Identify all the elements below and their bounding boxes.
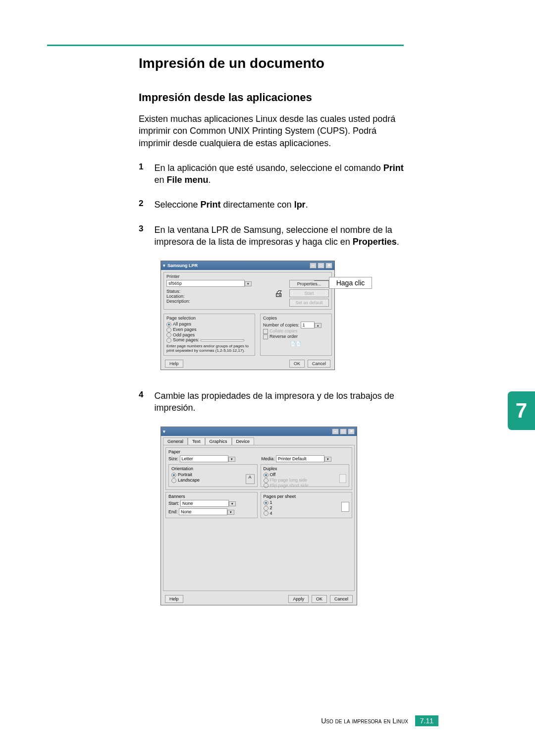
checkbox-reverse[interactable]: [263, 334, 268, 339]
paper-group: Paper Size: Letter▾ Media: Printer Defau…: [165, 447, 352, 490]
chevron-down-icon[interactable]: ▾: [245, 281, 252, 286]
tab-bar: General Text Graphics Device: [161, 436, 357, 445]
page-top-rule: [47, 45, 404, 46]
tab-device[interactable]: Device: [232, 437, 255, 445]
radio-even-pages[interactable]: [166, 327, 171, 332]
size-select[interactable]: Letter: [180, 455, 228, 462]
window-titlebar: ▾ – □ ✕: [161, 427, 357, 436]
intro-paragraph: Existen muchas aplicaciones Linux desde …: [139, 113, 404, 149]
ok-button[interactable]: OK: [312, 595, 327, 603]
maximize-icon[interactable]: □: [318, 263, 324, 269]
orientation-preview-icon: A: [246, 474, 255, 484]
radio-landscape[interactable]: [171, 478, 176, 483]
media-select[interactable]: Printer Default: [276, 455, 324, 462]
page-selection-group: Page selection All pages Even pages Odd …: [163, 314, 255, 356]
close-icon[interactable]: ✕: [348, 429, 355, 434]
printer-icon: 🖨: [274, 288, 283, 299]
pages-per-sheet-group: Pages per sheet 1 2 4: [261, 492, 353, 518]
radio-pps-4[interactable]: [264, 511, 268, 516]
radio-pps-1[interactable]: [264, 500, 268, 505]
cancel-button[interactable]: Cancel: [308, 360, 330, 368]
radio-portrait[interactable]: [171, 473, 176, 478]
group-label: Paper: [168, 449, 349, 454]
chevron-down-icon[interactable]: ▾: [229, 501, 236, 506]
maximize-icon[interactable]: □: [340, 429, 347, 434]
properties-button[interactable]: Properties...: [289, 280, 329, 288]
radio-duplex-long[interactable]: [264, 478, 268, 483]
step-number: 1: [139, 162, 143, 186]
checkbox-collate[interactable]: [263, 329, 268, 334]
step-2: 2 Seleccione Print directamente con lpr.: [139, 199, 404, 211]
chevron-down-icon[interactable]: ▾: [227, 510, 234, 515]
banner-start-select[interactable]: None: [180, 500, 229, 507]
tab-graphics[interactable]: Graphics: [205, 437, 232, 445]
some-pages-hint: Enter page numbers and/or groups of page…: [166, 344, 252, 353]
group-label: Orientation: [171, 466, 255, 471]
window-title: Samsung LPR: [167, 263, 198, 268]
collate-icon: 📄📄: [263, 341, 329, 346]
help-button[interactable]: Help: [165, 595, 183, 603]
window-menu-icon[interactable]: ▾: [163, 263, 165, 268]
window-menu-icon[interactable]: ▾: [163, 429, 165, 434]
lpr-window-screenshot: ▾ Samsung LPR – □ ✕ Printer sf565p▾ Stat…: [160, 261, 374, 370]
main-content: Impresión de un documento Impresión desd…: [139, 50, 404, 605]
apply-button[interactable]: Apply: [288, 595, 309, 603]
duplex-group: Duplex Off Flip page long side Flip page…: [261, 464, 350, 487]
radio-some-pages[interactable]: [166, 338, 171, 343]
page-footer: Uso de la impresora en Linux 7.11: [0, 715, 535, 726]
section-heading: Impresión desde las aplicaciones: [139, 91, 404, 104]
some-pages-input[interactable]: [201, 339, 244, 341]
page-heading: Impresión de un documento: [139, 55, 404, 71]
group-label: Page selection: [166, 316, 252, 321]
tab-text[interactable]: Text: [188, 437, 205, 445]
banners-group: Banners Start: None▾ End: None▾: [165, 492, 258, 518]
group-label: Duplex: [264, 466, 347, 471]
radio-pps-2[interactable]: [264, 506, 268, 511]
help-button[interactable]: Help: [165, 360, 183, 368]
properties-window: ▾ – □ ✕ General Text Graphics Device Pap…: [160, 427, 357, 605]
group-label: Printer: [166, 274, 329, 279]
step-1: 1 En la aplicación que esté usando, sele…: [139, 162, 404, 186]
chevron-down-icon[interactable]: ▾: [324, 457, 331, 462]
orientation-group: Orientation Portrait Landscape A: [168, 464, 258, 487]
cancel-button[interactable]: Cancel: [330, 595, 353, 603]
ok-button[interactable]: OK: [289, 360, 305, 368]
group-label: Pages per sheet: [264, 494, 350, 499]
duplex-preview-icon: [339, 474, 346, 483]
location-label: Location:: [166, 294, 268, 299]
chevron-down-icon[interactable]: ▾: [228, 457, 235, 462]
set-default-button[interactable]: Set as default: [289, 299, 329, 307]
minimize-icon[interactable]: –: [310, 263, 317, 269]
status-label: Status:: [166, 289, 268, 294]
minimize-icon[interactable]: –: [332, 429, 339, 434]
description-label: Description:: [166, 299, 268, 304]
step-number: 4: [139, 390, 143, 414]
step-4: 4 Cambie las propiedades de la impresora…: [139, 390, 404, 414]
radio-duplex-short[interactable]: [264, 483, 268, 488]
close-icon[interactable]: ✕: [325, 263, 332, 269]
radio-odd-pages[interactable]: [166, 332, 171, 337]
step-3: 3 En la ventana LPR de Samsung, seleccio…: [139, 224, 404, 248]
spinner-icon[interactable]: ▴: [315, 323, 321, 328]
lpr-window: ▾ Samsung LPR – □ ✕ Printer sf565p▾ Stat…: [160, 261, 335, 370]
group-label: Copies: [263, 316, 329, 321]
radio-all-pages[interactable]: [166, 322, 171, 327]
step-number: 3: [139, 224, 143, 248]
printer-group: Printer sf565p▾ Status: Location: Descri…: [163, 272, 332, 310]
copies-input[interactable]: 1: [301, 322, 315, 328]
copies-group: Copies Number of copies: 1▴ Collate copi…: [260, 314, 332, 356]
radio-duplex-off[interactable]: [264, 473, 268, 478]
step-text: En la ventana LPR de Samsung, seleccione…: [154, 224, 404, 248]
step-number: 2: [139, 199, 143, 211]
page-number-badge: 7.11: [415, 715, 438, 726]
start-button[interactable]: Start: [289, 289, 329, 297]
tab-general[interactable]: General: [163, 437, 188, 445]
printer-select[interactable]: sf565p: [166, 280, 245, 287]
callout-label: Haga clic: [329, 277, 372, 289]
step-text: Cambie las propiedades de la impresora y…: [154, 390, 404, 414]
chapter-side-tab: 7: [508, 391, 535, 430]
step-text: En la aplicación que esté usando, selecc…: [154, 162, 404, 186]
step-text: Seleccione Print directamente con lpr.: [154, 199, 308, 211]
tab-panel-general: Paper Size: Letter▾ Media: Printer Defau…: [163, 445, 355, 591]
banner-end-select[interactable]: None: [179, 508, 227, 515]
